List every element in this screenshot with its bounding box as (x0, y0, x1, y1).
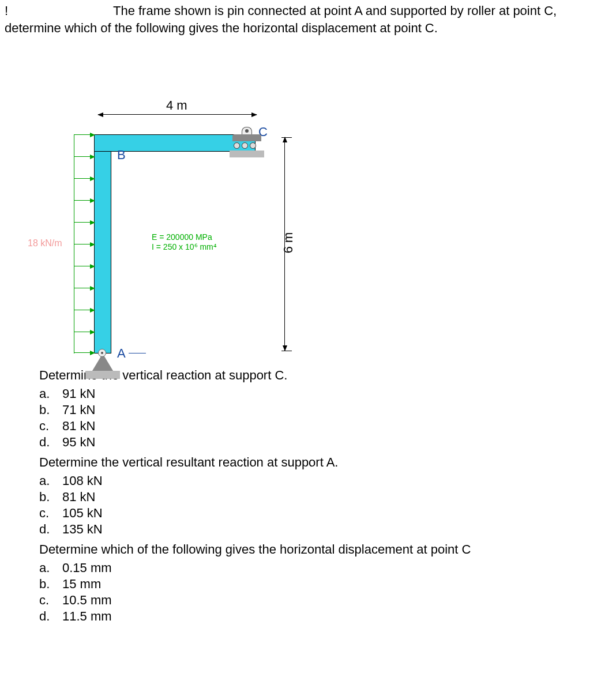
problem-line2: determine which of the following gives t… (5, 21, 438, 35)
problem-prefix: ! (5, 3, 8, 18)
frame-figure: 4 m 6 m 18 kN/m E = 200000 MPa I = 250 x… (5, 45, 305, 351)
dimension-right-label: 6 m (281, 232, 296, 254)
question-1-prompt: Determine the vertical reaction at suppo… (39, 368, 611, 383)
q1-option-b: b.71 kN (39, 402, 611, 418)
e-value: E = 200000 MPa (152, 232, 217, 242)
q2-option-b: b.81 kN (39, 489, 611, 505)
pin-support-icon (85, 353, 120, 381)
dim-tick (281, 137, 292, 138)
load-magnitude-label: 18 kN/m (28, 238, 62, 249)
q3-option-c: c.10.5 mm (39, 592, 611, 608)
q2-option-c: c.105 kN (39, 505, 611, 521)
q2-option-d: d.135 kN (39, 521, 611, 537)
q1-option-d: d.95 kN (39, 434, 611, 450)
q3-option-b: b.15 mm (39, 576, 611, 592)
frame-column (94, 134, 111, 353)
question-2-options: a.108 kN b.81 kN c.105 kN d.135 kN (39, 473, 611, 537)
q1-option-c: c.81 kN (39, 418, 611, 434)
problem-statement: ! The frame shown is pin connected at po… (5, 2, 611, 36)
question-1-options: a.91 kN b.71 kN c.81 kN d.95 kN (39, 386, 611, 450)
q3-option-d: d.11.5 mm (39, 608, 611, 625)
problem-line1: The frame shown is pin connected at poin… (113, 3, 557, 18)
question-3-prompt: Determine which of the following gives t… (39, 542, 611, 557)
question-3-options: a.0.15 mm b.15 mm c.10.5 mm d.11.5 mm (39, 560, 611, 625)
question-2-prompt: Determine the vertical resultant reactio… (39, 455, 611, 470)
i-value: I = 250 x 10⁶ mm⁴ (152, 242, 217, 252)
questions-block: Determine the vertical reaction at suppo… (5, 368, 611, 625)
q1-option-a: a.91 kN (39, 386, 611, 402)
dim-tick (281, 351, 292, 351)
material-properties: E = 200000 MPa I = 250 x 10⁶ mm⁴ (152, 232, 217, 252)
point-b-label: B (117, 148, 126, 163)
q3-option-a: a.0.15 mm (39, 560, 611, 576)
distributed-load (74, 134, 94, 353)
dimension-top-label: 4 m (166, 98, 187, 113)
dimension-line-top (98, 114, 257, 115)
q2-option-a: a.108 kN (39, 473, 611, 489)
